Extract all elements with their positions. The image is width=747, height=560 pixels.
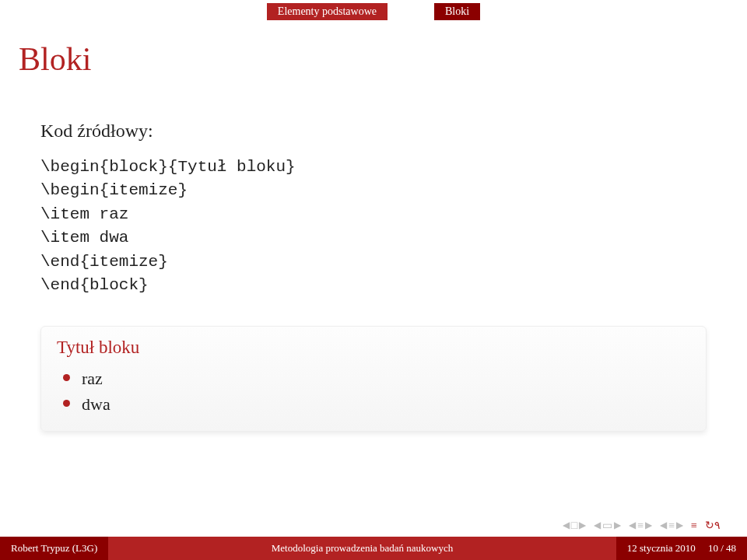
- block-item-list: raz dwa: [57, 366, 690, 417]
- footer-title: Metodologia prowadzenia badań naukowych: [108, 542, 616, 555]
- slide-title: Bloki: [19, 40, 91, 78]
- list-item: raz: [79, 366, 690, 391]
- nav-controls: ◀□▶ ◀▭▶ ◀≡▶ ◀≡▶ ≡ ↻۹: [563, 519, 721, 532]
- nav-prev-icon[interactable]: ◀▭▶: [594, 519, 621, 532]
- nav-fwd-icon[interactable]: ◀≡▶: [660, 520, 683, 532]
- nav-subsection[interactable]: Bloki: [434, 3, 480, 20]
- footer: Robert Trypuz (L3G) Metodologia prowadze…: [0, 537, 747, 560]
- slide: Elementy podstawowe Bloki Bloki Kod źród…: [0, 0, 747, 560]
- nav-first-icon[interactable]: ◀□▶: [563, 520, 586, 532]
- nav-section[interactable]: Elementy podstawowe: [267, 3, 388, 20]
- list-item: dwa: [79, 391, 690, 417]
- footer-right: 12 stycznia 2010 10 / 48: [616, 537, 747, 560]
- footer-page: 10 / 48: [708, 542, 736, 555]
- content-area: Kod źródłowy: \begin{block}{Tytuł bloku}…: [40, 121, 707, 432]
- block-title: Tytuł bloku: [57, 338, 690, 358]
- footer-date: 12 stycznia 2010: [627, 542, 696, 555]
- nav-goto-icon[interactable]: ≡: [691, 520, 697, 532]
- source-heading: Kod źródłowy:: [40, 121, 707, 142]
- footer-author: Robert Trypuz (L3G): [0, 537, 108, 560]
- nav-back-icon[interactable]: ◀≡▶: [629, 520, 652, 532]
- top-nav: Elementy podstawowe Bloki: [0, 0, 747, 23]
- example-block: Tytuł bloku raz dwa: [40, 326, 707, 432]
- nav-refresh-icon[interactable]: ↻۹: [705, 519, 721, 532]
- code-block: \begin{block}{Tytuł bloku} \begin{itemiz…: [40, 156, 707, 298]
